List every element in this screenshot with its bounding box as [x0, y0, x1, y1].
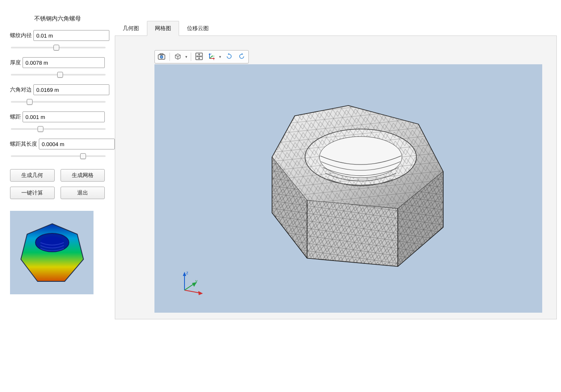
param-input-thread-inner-dia[interactable] — [33, 30, 109, 41]
param-input-pitch-length[interactable] — [39, 139, 115, 149]
generate-geometry-button[interactable]: 生成几何 — [10, 169, 55, 182]
param-label: 厚度 — [10, 59, 21, 66]
param-label: 螺纹内径 — [10, 32, 32, 39]
view-cube-button[interactable] — [172, 52, 184, 62]
param-label: 六角对边 — [10, 86, 32, 94]
tab-geometry[interactable]: 几何图 — [115, 21, 147, 36]
view-cube-dropdown[interactable]: ▾ — [184, 55, 189, 59]
axes-select-dropdown[interactable]: ▾ — [217, 55, 222, 59]
tabs: 几何图 网格图 位移云图 — [115, 21, 557, 36]
exit-button[interactable]: 退出 — [61, 187, 105, 199]
svg-marker-16 — [228, 53, 230, 55]
svg-point-5 — [160, 56, 163, 58]
axis-y-label: y — [195, 279, 197, 283]
svg-text:z: z — [210, 53, 212, 55]
axes-icon: zyx — [208, 53, 215, 61]
axis-z-label: z — [186, 271, 188, 275]
compute-button[interactable]: 一键计算 — [10, 187, 55, 199]
svg-point-23 — [319, 137, 402, 178]
camera-icon — [158, 53, 165, 61]
param-input-pitch[interactable] — [23, 111, 105, 122]
param-pitch-length: 螺距其长度 — [8, 139, 106, 158]
param-thickness: 厚度 — [8, 57, 106, 77]
param-hex-flat: 六角对边 — [8, 84, 106, 104]
svg-marker-0 — [21, 224, 83, 281]
tab-displacement[interactable]: 位移云图 — [179, 21, 217, 36]
move-arrows-icon — [195, 53, 203, 61]
param-slider-thickness[interactable] — [11, 74, 106, 76]
generate-mesh-button[interactable]: 生成网格 — [61, 169, 105, 182]
svg-text:y: y — [213, 55, 215, 57]
rotate-ccw-icon — [238, 53, 245, 61]
svg-line-34 — [184, 290, 200, 293]
sidebar: 不锈钢内六角螺母 螺纹内径 厚度 六角对边 螺距 — [8, 13, 106, 392]
svg-marker-27 — [307, 200, 398, 266]
param-slider-hex-flat[interactable] — [11, 101, 106, 103]
param-slider-pitch-length[interactable] — [11, 155, 106, 157]
axis-x-label: x — [198, 294, 200, 295]
param-input-hex-flat[interactable] — [33, 84, 109, 95]
cube-icon — [174, 53, 182, 61]
rotate-cw-button[interactable] — [223, 51, 235, 62]
param-slider-pitch[interactable] — [11, 128, 106, 130]
axes-select-button[interactable]: zyx — [206, 52, 217, 62]
viewport-toolbar: ▾ zyx ▾ — [154, 50, 249, 63]
param-slider-thread-inner-dia[interactable] — [11, 47, 106, 48]
param-pitch: 螺距 — [8, 111, 106, 131]
preview-contour-icon — [10, 211, 94, 294]
svg-marker-33 — [183, 272, 186, 276]
3d-viewport[interactable]: z x y — [154, 64, 542, 313]
svg-rect-4 — [160, 53, 163, 55]
tab-mesh[interactable]: 网格图 — [147, 21, 179, 36]
screenshot-button[interactable] — [156, 51, 167, 62]
param-label: 螺距其长度 — [10, 140, 37, 148]
rotate-ccw-button[interactable] — [236, 51, 248, 62]
canvas-container: ▾ zyx ▾ — [115, 35, 557, 319]
param-label: 螺距 — [10, 113, 21, 121]
axis-triad-icon: z x y — [179, 270, 205, 295]
param-thread-inner-dia: 螺纹内径 — [8, 30, 106, 50]
param-input-thickness[interactable] — [23, 57, 105, 68]
move-button[interactable] — [193, 51, 205, 62]
mesh-nut-icon — [154, 64, 542, 310]
svg-marker-17 — [242, 53, 243, 55]
sidebar-title: 不锈钢内六角螺母 — [8, 13, 106, 23]
rotate-cw-icon — [225, 53, 233, 61]
main-area: 几何图 网格图 位移云图 ▾ — [106, 13, 561, 392]
result-preview — [10, 211, 94, 294]
